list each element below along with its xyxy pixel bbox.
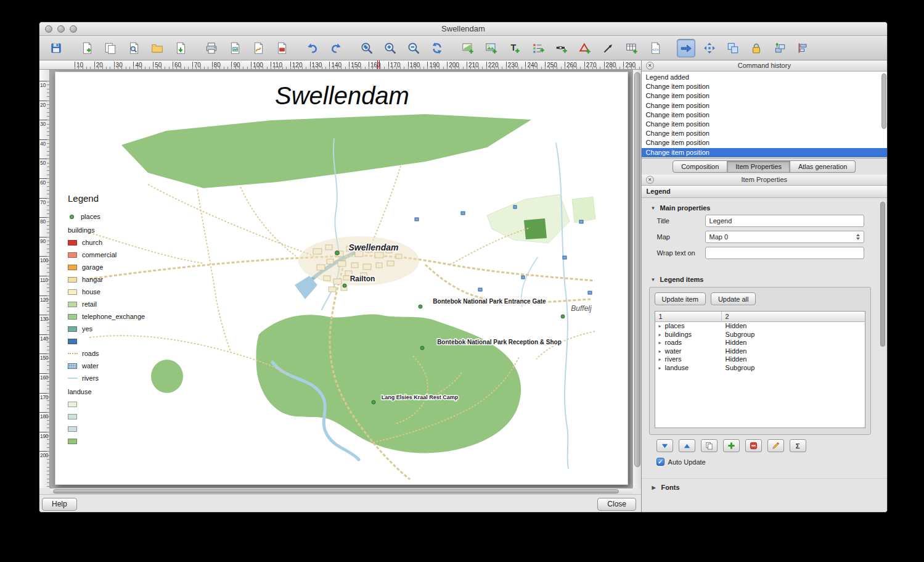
tab-composition[interactable]: Composition xyxy=(673,160,727,173)
raise-items-icon xyxy=(773,41,787,55)
edit-item-button[interactable] xyxy=(767,439,784,452)
legend-item-row[interactable]: ▸roadsHidden xyxy=(655,339,865,347)
tab-atlas-generation[interactable]: Atlas generation xyxy=(790,160,856,173)
close-button[interactable]: Close xyxy=(597,498,636,511)
legend-item-row[interactable]: ▸buildingsSubgroup xyxy=(655,331,865,339)
paste-item-button[interactable] xyxy=(701,439,718,452)
window-close-button[interactable] xyxy=(45,25,52,33)
canvas-viewport[interactable]: Swellendam xyxy=(50,70,632,488)
history-item[interactable]: Change item position xyxy=(642,110,887,120)
save-as-template-button[interactable] xyxy=(171,39,190,57)
select-move-item-button[interactable] xyxy=(677,39,695,57)
update-all-button[interactable]: Update all xyxy=(711,292,756,305)
history-item[interactable]: Change item position xyxy=(642,148,887,157)
zoom-out-button[interactable] xyxy=(404,39,423,57)
close-panel-icon[interactable]: × xyxy=(646,176,654,184)
horizontal-scrollbar-thumb[interactable] xyxy=(53,489,619,494)
zoom-in-button[interactable] xyxy=(381,39,399,57)
expand-triangle-icon[interactable]: ▸ xyxy=(655,339,665,347)
move-item-up-button[interactable] xyxy=(679,439,695,452)
add-item-button[interactable] xyxy=(723,439,740,452)
vruler-mark: 200 xyxy=(39,451,49,458)
history-item[interactable]: Change item position xyxy=(642,91,887,101)
main-properties-section-header[interactable]: ▼ Main properties xyxy=(651,204,887,212)
raise-items-button[interactable] xyxy=(771,39,789,57)
fonts-heading: Fonts xyxy=(661,484,680,491)
legend-item-row[interactable]: ▸landuseSubgroup xyxy=(655,364,865,373)
expand-triangle-icon[interactable]: ▸ xyxy=(655,347,665,356)
column-2-header[interactable]: 2 xyxy=(722,312,865,321)
vertical-scrollbar-thumb[interactable] xyxy=(634,72,640,467)
zoom-full-button[interactable] xyxy=(358,39,376,57)
wrap-text-input[interactable] xyxy=(705,247,864,259)
move-content-button[interactable] xyxy=(700,39,719,57)
legend-title-input[interactable] xyxy=(705,215,864,227)
composition-page[interactable]: Swellendam xyxy=(55,72,628,485)
history-item[interactable]: Change item position xyxy=(642,129,887,138)
add-image-button[interactable] xyxy=(482,39,501,57)
legend-items-table[interactable]: 1 2 ▸placesHidden▸buildingsSubgroup▸road… xyxy=(655,311,865,428)
undo-button[interactable] xyxy=(303,39,322,57)
expand-triangle-icon[interactable]: ▸ xyxy=(655,331,665,339)
help-button[interactable]: Help xyxy=(42,498,77,511)
legend-item-row[interactable]: ▸waterHidden xyxy=(655,347,865,356)
column-1-header[interactable]: 1 xyxy=(655,312,722,321)
add-label-button[interactable]: T xyxy=(505,39,524,57)
history-item[interactable]: Change item position xyxy=(642,82,887,91)
hruler-mark: 280 xyxy=(604,62,616,69)
add-html-button[interactable]: </> xyxy=(646,39,664,57)
add-legend-button[interactable] xyxy=(529,39,547,57)
add-scalebar-button[interactable] xyxy=(552,39,571,57)
fonts-section-header[interactable]: ▶ Fonts xyxy=(642,478,887,491)
panel-scrollbar-thumb[interactable] xyxy=(880,202,885,347)
tab-item-properties[interactable]: Item Properties xyxy=(727,160,790,173)
color-swatch-icon xyxy=(68,302,77,307)
dropdown-arrows-icon xyxy=(856,234,860,240)
legend-item[interactable]: Legend placesbuildingschurchcommercialga… xyxy=(68,193,179,447)
export-image-button[interactable] xyxy=(226,39,244,57)
history-item[interactable]: Legend added xyxy=(642,73,887,82)
history-item[interactable]: Change item position xyxy=(642,138,887,147)
duplicate-composer-button[interactable] xyxy=(101,39,120,57)
add-map-button[interactable] xyxy=(459,39,477,57)
export-pdf-button[interactable] xyxy=(272,39,291,57)
window-minimize-button[interactable] xyxy=(57,25,65,33)
print-button[interactable] xyxy=(202,39,221,57)
history-item[interactable]: Change item position xyxy=(642,101,887,110)
hruler-mark: 170 xyxy=(388,62,401,69)
expand-triangle-icon[interactable]: ▸ xyxy=(655,322,665,331)
map-select-dropdown[interactable]: Map 0 xyxy=(705,231,864,243)
legend-items-table-header[interactable]: 1 2 xyxy=(655,312,865,322)
history-scrollbar-thumb[interactable] xyxy=(881,73,886,129)
redo-button[interactable] xyxy=(327,39,345,57)
expand-triangle-icon[interactable]: ▸ xyxy=(655,364,665,373)
ruler-vertical: 1020304050607080901001101201301401501601… xyxy=(39,70,50,488)
add-table-button[interactable] xyxy=(623,39,641,57)
horizontal-scrollbar[interactable] xyxy=(50,488,632,494)
expand-triangle-icon[interactable]: ▸ xyxy=(655,355,665,364)
titlebar[interactable]: Swellendam xyxy=(39,22,887,36)
move-item-down-button[interactable] xyxy=(656,439,673,452)
save-button[interactable] xyxy=(47,39,65,57)
legend-items-section-header[interactable]: ▼ Legend items xyxy=(651,276,887,283)
composer-manager-button[interactable] xyxy=(125,39,143,57)
legend-item-row[interactable]: ▸placesHidden xyxy=(655,322,865,331)
lock-items-button[interactable] xyxy=(747,39,766,57)
window-zoom-button[interactable] xyxy=(70,25,77,33)
group-items-button[interactable] xyxy=(724,39,742,57)
align-items-button[interactable] xyxy=(794,39,812,57)
add-arrow-button[interactable] xyxy=(599,39,618,57)
legend-item-row[interactable]: ▸riversHidden xyxy=(655,355,865,364)
load-template-button[interactable] xyxy=(148,39,166,57)
auto-update-checkbox[interactable]: ✓ xyxy=(656,458,664,466)
add-shape-button[interactable] xyxy=(576,39,594,57)
update-item-button[interactable]: Update item xyxy=(655,292,706,305)
refresh-view-button[interactable] xyxy=(428,39,446,57)
history-item[interactable]: Change item position xyxy=(642,120,887,129)
export-svg-button[interactable] xyxy=(249,39,268,57)
map-legend-entry: hangar xyxy=(68,273,179,286)
close-panel-icon[interactable]: × xyxy=(646,62,654,70)
remove-item-button[interactable] xyxy=(745,439,762,452)
count-features-button[interactable]: Σ xyxy=(790,439,806,452)
new-composer-button[interactable] xyxy=(78,39,96,57)
